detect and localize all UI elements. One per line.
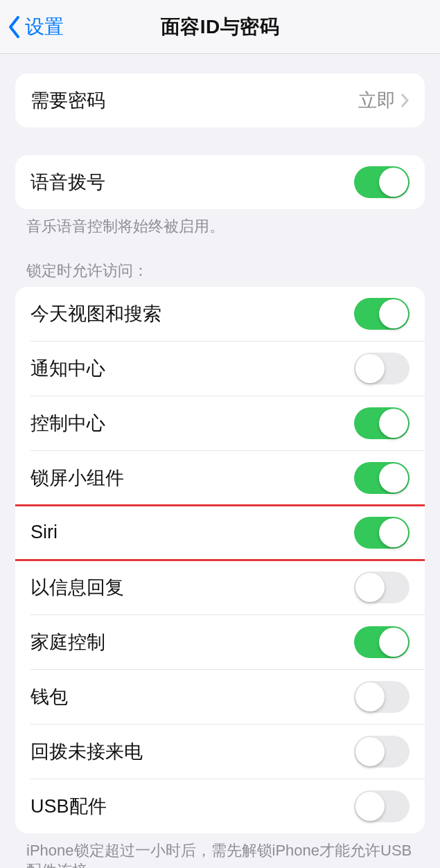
wallet-toggle[interactable] <box>354 681 410 713</box>
row-voice-dial: 语音拨号 <box>15 155 425 209</box>
lock-screen-header: 锁定时允许访问： <box>26 260 414 281</box>
reply_msg-label: 以信息回复 <box>30 575 124 600</box>
content: 需要密码 立即 语音拨号 音乐语音控制将始终被启用。 锁定时允许访问： 今天视图… <box>0 73 440 868</box>
return_call-label: 回拨未接来电 <box>30 739 143 764</box>
row-control: 控制中心 <box>15 396 425 450</box>
row-require-passcode[interactable]: 需要密码 立即 <box>15 73 425 127</box>
notif-toggle[interactable] <box>354 353 410 384</box>
row-wallet: 钱包 <box>15 670 425 724</box>
siri-toggle[interactable] <box>354 517 410 549</box>
require-passcode-label: 需要密码 <box>30 88 105 113</box>
voice-dial-label: 语音拨号 <box>30 170 105 195</box>
lock-screen-footer: iPhone锁定超过一小时后，需先解锁iPhone才能允许USB配件连接。 <box>26 840 414 868</box>
page-title: 面容ID与密码 <box>161 14 280 40</box>
row-usb: USB配件 <box>15 779 425 833</box>
nav-bar: 设置 面容ID与密码 <box>0 0 440 54</box>
row-reply_msg: 以信息回复 <box>15 560 425 614</box>
row-home: 家庭控制 <box>15 615 425 669</box>
row-siri: Siri <box>15 506 425 560</box>
row-notif: 通知中心 <box>15 342 425 396</box>
back-label: 设置 <box>25 14 64 40</box>
group-require-passcode: 需要密码 立即 <box>15 73 425 127</box>
widgets-label: 锁屏小组件 <box>30 466 124 490</box>
chevron-left-icon <box>7 15 22 39</box>
voice-dial-toggle[interactable] <box>354 166 410 198</box>
home-label: 家庭控制 <box>30 630 105 655</box>
chevron-right-icon <box>400 93 410 108</box>
back-button[interactable]: 设置 <box>7 0 64 53</box>
return_call-toggle[interactable] <box>354 736 410 768</box>
group-voice-dial: 语音拨号 <box>15 155 425 209</box>
row-today: 今天视图和搜索 <box>15 287 425 341</box>
wallet-label: 钱包 <box>30 684 68 709</box>
home-toggle[interactable] <box>354 626 410 658</box>
group-lock-screen-access: 今天视图和搜索通知中心控制中心锁屏小组件Siri以信息回复家庭控制钱包回拨未接来… <box>15 287 425 833</box>
today-label: 今天视图和搜索 <box>30 301 161 326</box>
usb-label: USB配件 <box>30 794 107 819</box>
siri-label: Siri <box>30 522 58 543</box>
usb-toggle[interactable] <box>354 790 410 822</box>
control-label: 控制中心 <box>30 411 105 436</box>
require-passcode-value: 立即 <box>358 88 400 113</box>
voice-dial-footer: 音乐语音控制将始终被启用。 <box>26 216 414 237</box>
row-return_call: 回拨未接来电 <box>15 725 425 779</box>
control-toggle[interactable] <box>354 407 410 439</box>
today-toggle[interactable] <box>354 298 410 330</box>
notif-label: 通知中心 <box>30 356 105 381</box>
reply_msg-toggle[interactable] <box>354 572 410 603</box>
widgets-toggle[interactable] <box>354 462 410 494</box>
row-widgets: 锁屏小组件 <box>15 451 425 505</box>
